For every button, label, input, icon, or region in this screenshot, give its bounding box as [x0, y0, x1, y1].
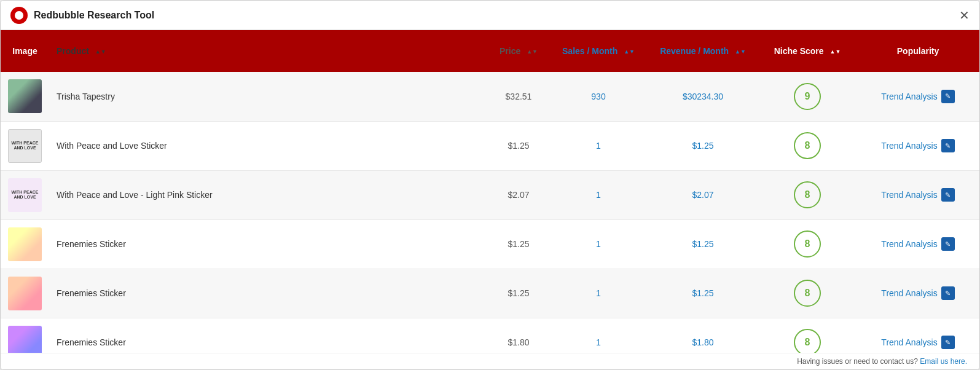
app-window: Redbubble Research Tool ✕ Image Product … [0, 0, 980, 370]
col-header-revenue[interactable]: Revenue / Month ▲▼ [648, 30, 758, 72]
cell-sales: 930 [549, 72, 648, 121]
niche-score-circle: 9 [794, 83, 821, 110]
results-table: Image Product ▲▼ Price ▲▼ Sales / Month … [1, 30, 979, 369]
cell-price: $32.51 [488, 72, 549, 121]
trend-analysis-label: Trend Analysis [881, 141, 937, 151]
cell-niche-score: 8 [758, 121, 857, 170]
cell-image: WITH PEACE AND LOVE [1, 170, 49, 219]
cell-niche-score: 8 [758, 219, 857, 269]
table-row: WITH PEACE AND LOVEWith Peace and Love S… [1, 121, 979, 170]
cell-sales: 1 [549, 121, 648, 170]
sort-arrows-revenue: ▲▼ [735, 49, 746, 55]
close-button[interactable]: ✕ [959, 9, 970, 22]
app-logo [10, 7, 28, 24]
trend-analysis-label: Trend Analysis [881, 288, 937, 298]
cell-popularity: Trend Analysis✎ [857, 170, 979, 219]
trend-analysis-button[interactable]: Trend Analysis✎ [881, 237, 954, 251]
col-header-product[interactable]: Product ▲▼ [49, 30, 488, 72]
niche-score-circle: 8 [794, 230, 821, 258]
product-thumbnail: WITH PEACE AND LOVE [8, 129, 42, 163]
cell-image [1, 219, 49, 269]
table-row: Trisha Tapestry$32.51930$30234.309Trend … [1, 72, 979, 121]
trend-analysis-icon: ✎ [941, 188, 955, 202]
cell-price: $1.25 [488, 121, 549, 170]
cell-product: With Peace and Love Sticker [49, 121, 488, 170]
col-header-price[interactable]: Price ▲▼ [488, 30, 549, 72]
cell-image: WITH PEACE AND LOVE [1, 121, 49, 170]
cell-price: $1.25 [488, 219, 549, 269]
product-thumbnail [8, 277, 42, 310]
niche-score-circle: 8 [794, 181, 821, 208]
cell-price: $1.25 [488, 269, 549, 318]
trend-analysis-label: Trend Analysis [881, 239, 937, 249]
col-header-niche[interactable]: Niche Score ▲▼ [758, 30, 857, 72]
cell-sales: 1 [549, 170, 648, 219]
niche-score-circle: 8 [794, 132, 821, 159]
sort-arrows-price: ▲▼ [527, 49, 538, 55]
cell-image [1, 72, 49, 121]
footer-text: Having issues or need to contact us? [797, 357, 918, 366]
titlebar: Redbubble Research Tool ✕ [1, 1, 979, 30]
cell-revenue: $1.25 [648, 269, 758, 318]
trend-analysis-icon: ✎ [941, 237, 955, 251]
col-header-sales[interactable]: Sales / Month ▲▼ [549, 30, 648, 72]
trend-analysis-icon: ✎ [941, 286, 955, 300]
cell-sales: 1 [549, 219, 648, 269]
table-container: Image Product ▲▼ Price ▲▼ Sales / Month … [1, 30, 979, 369]
cell-image [1, 269, 49, 318]
cell-sales: 1 [549, 269, 648, 318]
table-row: Frenemies Sticker$1.251$1.258Trend Analy… [1, 269, 979, 318]
trend-analysis-button[interactable]: Trend Analysis✎ [881, 336, 954, 349]
niche-score-circle: 8 [794, 280, 821, 307]
col-header-image: Image [1, 30, 49, 72]
cell-popularity: Trend Analysis✎ [857, 72, 979, 121]
cell-popularity: Trend Analysis✎ [857, 269, 979, 318]
niche-score-circle: 8 [794, 329, 821, 356]
cell-product: Frenemies Sticker [49, 219, 488, 269]
cell-revenue: $1.25 [648, 121, 758, 170]
table-row: WITH PEACE AND LOVEWith Peace and Love -… [1, 170, 979, 219]
footer-bar: Having issues or need to contact us? Ema… [1, 353, 979, 369]
trend-analysis-button[interactable]: Trend Analysis✎ [881, 139, 954, 152]
cell-popularity: Trend Analysis✎ [857, 219, 979, 269]
trend-analysis-icon: ✎ [941, 90, 955, 103]
trend-analysis-button[interactable]: Trend Analysis✎ [881, 90, 954, 103]
cell-niche-score: 8 [758, 269, 857, 318]
trend-analysis-icon: ✎ [941, 139, 955, 152]
trend-analysis-label: Trend Analysis [881, 190, 937, 200]
table-header-row: Image Product ▲▼ Price ▲▼ Sales / Month … [1, 30, 979, 72]
cell-price: $2.07 [488, 170, 549, 219]
cell-niche-score: 8 [758, 170, 857, 219]
titlebar-left: Redbubble Research Tool [10, 7, 154, 24]
cell-revenue: $30234.30 [648, 72, 758, 121]
trend-analysis-icon: ✎ [941, 336, 955, 349]
cell-revenue: $2.07 [648, 170, 758, 219]
product-thumbnail [8, 227, 42, 261]
trend-analysis-button[interactable]: Trend Analysis✎ [881, 188, 954, 202]
trend-analysis-label: Trend Analysis [881, 337, 937, 347]
trend-analysis-button[interactable]: Trend Analysis✎ [881, 286, 954, 300]
cell-niche-score: 9 [758, 72, 857, 121]
sort-arrows-niche: ▲▼ [830, 49, 841, 55]
cell-revenue: $1.25 [648, 219, 758, 269]
cell-product: Frenemies Sticker [49, 269, 488, 318]
table-row: Frenemies Sticker$1.251$1.258Trend Analy… [1, 219, 979, 269]
product-thumbnail [8, 79, 42, 113]
product-thumbnail: WITH PEACE AND LOVE [8, 178, 42, 212]
app-title: Redbubble Research Tool [34, 10, 154, 21]
app-logo-inner [15, 11, 23, 20]
trend-analysis-label: Trend Analysis [881, 92, 937, 101]
sort-arrows-product: ▲▼ [95, 49, 106, 55]
cell-product: Trisha Tapestry [49, 72, 488, 121]
sort-arrows-sales: ▲▼ [624, 49, 635, 55]
cell-product: With Peace and Love - Light Pink Sticker [49, 170, 488, 219]
col-header-popularity: Popularity [857, 30, 979, 72]
footer-email-link[interactable]: Email us here. [920, 357, 967, 366]
cell-popularity: Trend Analysis✎ [857, 121, 979, 170]
